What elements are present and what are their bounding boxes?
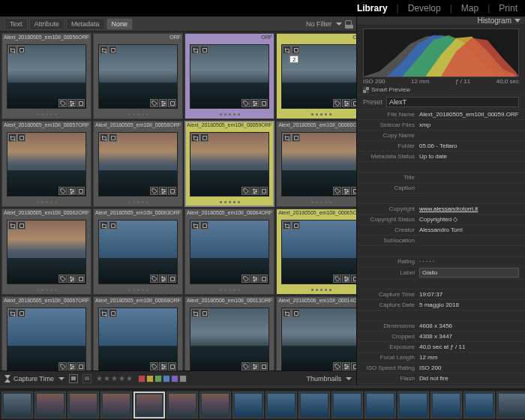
grid-toolbar: Capture Time ★★★★★ Thumbnails [0, 370, 356, 386]
metadata-value[interactable]: 05.06 - Tellaro [419, 142, 519, 149]
histogram-panel-header[interactable]: Histogram [357, 16, 525, 26]
lock-icon[interactable] [345, 20, 352, 27]
metadata-value[interactable]: ISO 200 [419, 364, 519, 371]
metadata-value[interactable]: 4308 x 3447 [419, 333, 519, 340]
filter-none-button[interactable]: None [106, 18, 134, 30]
filmstrip-thumb[interactable] [200, 392, 231, 418]
metadata-row [357, 310, 525, 320]
color-swatch[interactable] [154, 375, 162, 382]
metadata-value[interactable]: · · · · · [419, 258, 519, 265]
sort-dropdown[interactable]: Capture Time [4, 375, 64, 382]
filmstrip-thumb[interactable] [166, 392, 198, 418]
thumbnail-cell[interactable]: ORF [184, 33, 274, 119]
thumbnail-cell[interactable]: Alext_20180505_em10II_00058ORF [93, 121, 183, 207]
metadata-value[interactable]: Up to date [419, 153, 519, 160]
color-swatch[interactable] [146, 375, 154, 382]
svg-rect-30 [111, 136, 115, 140]
svg-point-62 [255, 278, 256, 280]
module-map[interactable]: Map [461, 3, 478, 14]
filmstrip-thumb[interactable] [298, 392, 330, 418]
filter-preset-dropdown[interactable]: No Filter [306, 20, 352, 28]
filmstrip-thumb[interactable] [232, 392, 264, 418]
color-swatch[interactable] [171, 375, 178, 382]
filmstrip-thumb[interactable] [464, 392, 495, 418]
thumbnail-cell[interactable]: Alext_20180505_em10II_00065ORF [276, 208, 356, 295]
filmstrip-thumb[interactable] [496, 392, 525, 418]
svg-point-17 [346, 103, 348, 104]
metadata-value[interactable]: Copyrighted ◇ [419, 216, 519, 223]
thumbnail-grid[interactable]: Alext_20180505_em10II_00056ORFORFORFORF2… [0, 32, 356, 370]
svg-point-67 [346, 278, 348, 280]
metadata-value[interactable]: www.alessandrotorri.it [419, 206, 519, 212]
module-print[interactable]: Print [499, 3, 518, 14]
module-develop[interactable]: Develop [408, 3, 441, 14]
thumbnail-cell[interactable]: Alext_20180505_em10II_00068ORF [93, 296, 183, 370]
filter-metadata-button[interactable]: Metadata [66, 18, 105, 30]
filmstrip-thumb[interactable] [134, 392, 165, 418]
crop-icon [8, 309, 16, 317]
svg-point-91 [344, 364, 346, 365]
rating-stars[interactable]: ★★★★★ [96, 374, 134, 382]
thumbnail-header: Alext_20180505_em10II_00062ORF [2, 209, 91, 218]
filmstrip-thumb[interactable] [100, 392, 132, 418]
chevron-down-icon [58, 377, 64, 380]
thumbnail-cell[interactable]: Alext_20180505_em10II_00057ORF [2, 121, 92, 207]
metadata-preset-row: Preset AlexT [357, 94, 525, 109]
metadata-value[interactable]: xmp [419, 122, 519, 128]
adjust-icon [68, 274, 76, 283]
metadata-link[interactable]: www.alessandrotorri.it [419, 206, 478, 212]
thumbnail-cell[interactable]: Alext_20180505_em10II_00064ORF [184, 208, 274, 295]
thumbnail-cell[interactable]: Alext_20180505_em10II_00063ORF [93, 208, 183, 295]
svg-rect-54 [79, 277, 82, 280]
flag-reject-icon[interactable] [82, 374, 92, 383]
histogram-canvas[interactable] [363, 28, 519, 77]
svg-point-53 [70, 280, 72, 281]
filmstrip-thumb[interactable] [332, 392, 363, 418]
thumbnail-cell[interactable]: Alext_20180505_em10II_00056ORF [2, 33, 92, 119]
filmstrip-thumb[interactable] [2, 392, 33, 418]
grid-panel: Text Attribute Metadata None No Filter A… [0, 16, 356, 386]
thumbnail-cell[interactable]: Alext_20180506_em10II_00014ORF [276, 296, 356, 370]
thumbnail-cell[interactable]: ORF2 [276, 33, 356, 119]
metadata-row: File NameAlext_20180505_em10II_00059.ORF [357, 109, 525, 119]
metadata-value[interactable]: 12 mm [419, 354, 519, 361]
metadata-value[interactable]: 4608 x 3456 [419, 322, 519, 329]
tag-icon [333, 274, 341, 283]
metadata-value[interactable]: Did not fire [419, 375, 519, 382]
thumbnail-cell[interactable]: Alext_20180505_em10II_00067ORF [2, 296, 92, 370]
filmstrip-thumb[interactable] [430, 392, 462, 418]
flag-pick-icon[interactable] [69, 374, 78, 383]
metadata-row: FlashDid not fire [357, 373, 525, 383]
filmstrip[interactable] [0, 388, 525, 420]
frame-icon [109, 46, 117, 54]
metadata-value[interactable]: Giallo [419, 268, 519, 278]
view-mode-dropdown[interactable]: Thumbnails [306, 375, 352, 382]
color-swatch[interactable] [138, 375, 146, 382]
color-swatch[interactable] [163, 375, 170, 382]
color-swatch[interactable] [179, 375, 187, 382]
filmstrip-thumb[interactable] [34, 392, 66, 418]
thumbnail-cell[interactable]: Alext_20180505_em10II_00062ORF [2, 208, 92, 295]
thumbnail-cell[interactable]: Alext_20180506_em10II_00013ORF [184, 296, 274, 370]
filmstrip-thumb[interactable] [364, 392, 396, 418]
svg-point-41 [344, 188, 346, 190]
thumbnail-header: Alext_20180506_em10II_00014ORF [277, 297, 356, 306]
svg-point-36 [253, 188, 254, 190]
filmstrip-thumb[interactable] [68, 392, 99, 418]
metadata-value[interactable]: 19:07:37 [419, 291, 519, 298]
thumbnail-cell[interactable]: ORF [93, 33, 183, 119]
thumbnail-cell[interactable]: Alext_20180505_em10II_00060ORF [276, 121, 356, 207]
thumbnail-cell[interactable]: Alext_20180505_em10II_00059ORF [184, 121, 274, 207]
preset-dropdown[interactable]: AlexT [386, 97, 519, 107]
svg-rect-9 [170, 101, 174, 105]
metadata-value[interactable]: 5 maggio 2018 [419, 302, 519, 308]
metadata-value[interactable]: Alessandro Torri [419, 226, 519, 233]
filter-text-button[interactable]: Text [4, 18, 28, 30]
metadata-value[interactable]: Alext_20180505_em10II_00059.ORF [419, 111, 519, 118]
filmstrip-thumb[interactable] [266, 392, 297, 418]
metadata-value[interactable]: 40,0 sec at ƒ / 11 [419, 344, 519, 350]
module-library[interactable]: Library [357, 3, 388, 14]
filter-attribute-button[interactable]: Attribute [29, 18, 65, 30]
metadata-row: Rating· · · · · [357, 256, 525, 266]
filmstrip-thumb[interactable] [398, 392, 429, 418]
